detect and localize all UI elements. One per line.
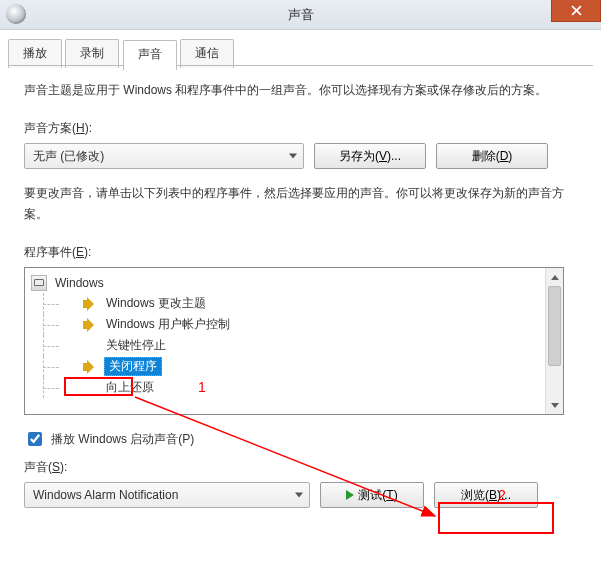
scroll-thumb[interactable] <box>548 286 561 366</box>
sound-combo[interactable]: Windows Alarm Notification <box>24 482 310 508</box>
tab-playback[interactable]: 播放 <box>8 39 62 68</box>
system-icon <box>6 4 26 24</box>
tree-item-close-program[interactable]: 关闭程序 <box>29 356 559 377</box>
tab-sounds[interactable]: 声音 <box>123 40 177 70</box>
scroll-up-button[interactable] <box>546 268 563 286</box>
play-icon <box>346 490 354 500</box>
play-startup-sound-label[interactable]: 播放 Windows 启动声音(P) <box>24 429 577 449</box>
sound-label: 声音(S): <box>24 459 577 476</box>
chevron-up-icon <box>551 275 559 280</box>
scheme-combo[interactable]: 无声 (已修改) <box>24 143 304 169</box>
scroll-down-button[interactable] <box>546 396 563 414</box>
tree-root[interactable]: Windows <box>29 272 559 293</box>
events-description: 要更改声音，请单击以下列表中的程序事件，然后选择要应用的声音。你可以将更改保存为… <box>24 183 577 224</box>
sound-combo-value: Windows Alarm Notification <box>33 488 178 502</box>
sound-dialog: 声音 播放 录制 声音 通信 声音主题是应用于 Windows 和程序事件中的一… <box>0 0 601 568</box>
delete-button[interactable]: 删除(D) <box>436 143 548 169</box>
window-title: 声音 <box>288 6 314 24</box>
play-startup-sound-checkbox[interactable] <box>28 432 42 446</box>
computer-icon <box>31 275 47 291</box>
scheme-description: 声音主题是应用于 Windows 和程序事件中的一组声音。你可以选择现有方案或保… <box>24 80 577 100</box>
tree-item-uac[interactable]: Windows 用户帐户控制 <box>29 314 559 335</box>
scheme-combo-value: 无声 (已修改) <box>33 148 104 165</box>
speaker-icon <box>83 297 99 311</box>
close-icon <box>571 5 582 16</box>
scheme-label: 声音方案(H): <box>24 120 577 137</box>
tab-communications[interactable]: 通信 <box>180 39 234 68</box>
chevron-down-icon <box>289 154 297 159</box>
tree-scrollbar[interactable] <box>545 268 563 414</box>
speaker-icon <box>83 360 99 374</box>
speaker-icon <box>83 318 99 332</box>
tree-item-critical-stop[interactable]: 关键性停止 <box>29 335 559 356</box>
tab-recording[interactable]: 录制 <box>65 39 119 68</box>
browse-button[interactable]: 浏览(B)... <box>434 482 538 508</box>
events-label: 程序事件(E): <box>24 244 577 261</box>
test-button[interactable]: 测试(T) <box>320 482 424 508</box>
program-events-tree[interactable]: Windows Windows 更改主题 Windows 用户帐户控制 关键性停… <box>24 267 564 415</box>
tree-item-change-theme[interactable]: Windows 更改主题 <box>29 293 559 314</box>
chevron-down-icon <box>551 403 559 408</box>
scroll-track[interactable] <box>546 286 563 396</box>
close-button[interactable] <box>551 0 601 22</box>
tab-strip: 播放 录制 声音 通信 <box>8 38 593 66</box>
chevron-down-icon <box>295 493 303 498</box>
save-as-button[interactable]: 另存为(V)... <box>314 143 426 169</box>
tab-underline <box>8 65 593 66</box>
tree-item-restore-up[interactable]: 向上还原 <box>29 377 559 398</box>
titlebar: 声音 <box>0 0 601 30</box>
sounds-panel: 声音主题是应用于 Windows 和程序事件中的一组声音。你可以选择现有方案或保… <box>0 66 601 522</box>
